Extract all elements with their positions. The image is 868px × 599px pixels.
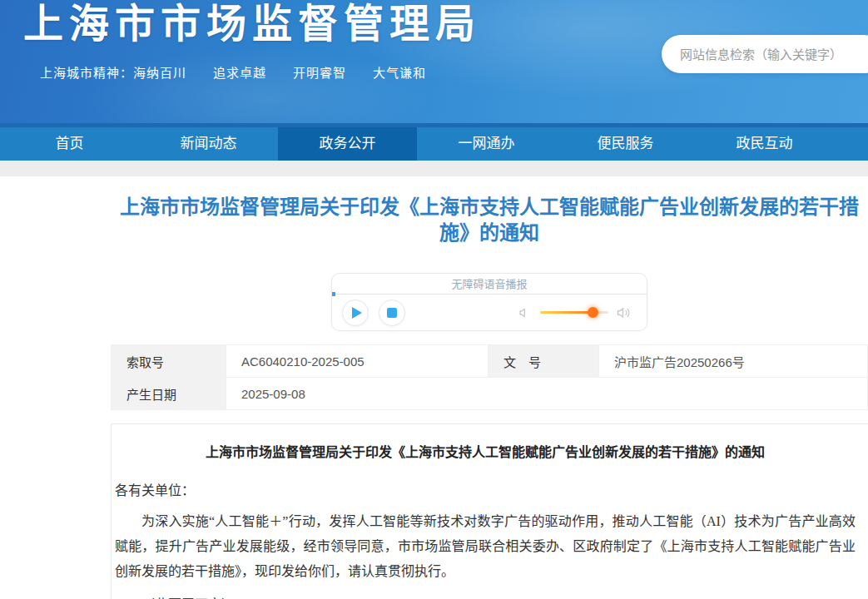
content-container: 上海市市场监督管理局关于印发《上海市支持人工智能赋能广告业创新发展的若干措施》的… <box>111 195 868 599</box>
article-body: 上海市市场监督管理局关于印发《上海市支持人工智能赋能广告业创新发展的若干措施》的… <box>111 423 868 599</box>
meta-value-issue-date: 2025-09-08 <box>226 378 868 410</box>
site-header: 上海市市场监督管理局 上海城市精神：海纳百川 追求卓越 开明睿智 大气谦和 <box>0 0 868 123</box>
speaker-low-icon <box>518 306 532 319</box>
volume-thumb[interactable] <box>588 307 598 318</box>
article-body-title: 上海市市场监督管理局关于印发《上海市支持人工智能赋能广告业创新发展的若干措施》的… <box>115 443 856 463</box>
audio-player-divider <box>332 294 647 295</box>
stop-button[interactable] <box>379 300 405 326</box>
volume-fill <box>540 311 593 314</box>
meta-label-doc-number: 文 号 <box>489 345 599 378</box>
stop-icon <box>387 308 397 318</box>
accessibility-audio-player: 无障碍语音播报 <box>331 273 647 331</box>
meta-value-doc-number: 沪市监广告20250266号 <box>599 345 868 378</box>
meta-label-index-number: 索取号 <box>112 345 226 378</box>
main-nav: 首页 新闻动态 政务公开 一网通办 便民服务 政民互动 <box>0 127 868 161</box>
nav-item-gov-disclosure[interactable]: 政务公开 <box>278 127 417 161</box>
table-row: 产生日期 2025-09-08 <box>112 378 868 410</box>
meta-label-issue-date: 产生日期 <box>112 378 226 410</box>
site-title: 上海市市场监督管理局 <box>23 0 481 48</box>
audio-player-controls <box>332 295 647 330</box>
site-search-box <box>662 35 868 73</box>
nav-bottom-band <box>0 161 868 176</box>
audio-player-label: 无障碍语音播报 <box>332 274 647 294</box>
play-icon <box>352 307 362 319</box>
document-meta-table: 索取号 AC6040210-2025-005 文 号 沪市监广告20250266… <box>111 344 868 410</box>
table-row: 索取号 AC6040210-2025-005 文 号 沪市监广告20250266… <box>112 345 868 378</box>
article-salutation: 各有关单位： <box>115 481 856 501</box>
article-paragraph: 为深入实施“人工智能＋”行动，发挥人工智能等新技术对数字广告的驱动作用，推动人工… <box>115 509 856 584</box>
volume-control <box>518 305 632 320</box>
volume-slider[interactable] <box>540 311 608 314</box>
article-note: （此页无正文） <box>115 592 856 599</box>
city-spirit-motto: 上海城市精神：海纳百川 追求卓越 开明睿智 大气谦和 <box>40 63 426 81</box>
meta-value-index-number: AC6040210-2025-005 <box>226 345 489 378</box>
nav-item-home[interactable]: 首页 <box>0 127 139 161</box>
nav-item-public-services[interactable]: 便民服务 <box>556 127 695 161</box>
nav-item-interaction[interactable]: 政民互动 <box>695 127 834 161</box>
nav-item-online-services[interactable]: 一网通办 <box>417 127 556 161</box>
search-input[interactable] <box>662 35 868 73</box>
nav-item-news[interactable]: 新闻动态 <box>139 127 278 161</box>
speaker-high-icon <box>617 305 632 320</box>
play-button[interactable] <box>342 300 369 326</box>
page-title: 上海市市场监督管理局关于印发《上海市支持人工智能赋能广告业创新发展的若干措施》的… <box>111 195 868 246</box>
